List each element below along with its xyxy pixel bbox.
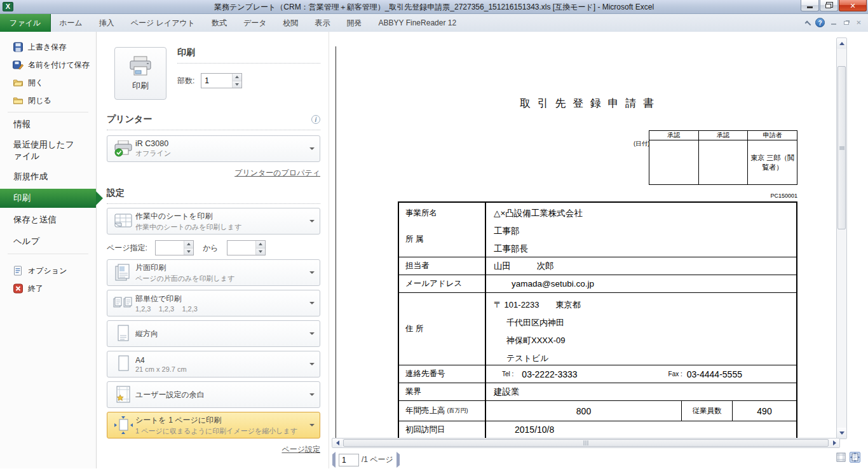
show-margins-icon[interactable]	[836, 452, 846, 463]
margins-select[interactable]: ユーザー設定の余白	[107, 381, 320, 408]
document-code: PC150001	[723, 193, 797, 199]
fax-label: Fax :	[668, 370, 682, 377]
nav-item-options[interactable]: オプション	[0, 262, 96, 280]
workbook-minimize-button[interactable]	[829, 19, 837, 26]
printer-select[interactable]: iR C3080 オフライン	[107, 135, 320, 162]
previous-page-icon[interactable]	[332, 454, 336, 466]
tab-view[interactable]: 表示	[307, 14, 339, 32]
options-icon	[13, 266, 24, 276]
nav-item-recent[interactable]: 最近使用したファイル	[0, 137, 96, 165]
chevron-down-icon	[309, 424, 315, 426]
nav-separator	[8, 112, 88, 112]
department-title: 工事部長	[494, 240, 528, 258]
close-button[interactable]: ✕	[839, 0, 867, 11]
nav-item-help[interactable]: ヘルプ	[0, 232, 96, 251]
info-icon[interactable]: i	[311, 115, 320, 124]
nav-item-print[interactable]: 印刷	[0, 189, 96, 208]
visit-label: 初回訪問日	[399, 421, 486, 438]
option-subtitle: 1,2,3 1,2,3 1,2,3	[135, 305, 306, 313]
nav-item-info[interactable]: 情報	[0, 115, 96, 134]
workbook-restore-button[interactable]	[842, 19, 850, 26]
tab-formulas[interactable]: 数式	[203, 14, 235, 32]
copies-input[interactable]	[201, 74, 232, 88]
tab-insert[interactable]: 挿入	[91, 14, 123, 32]
page-from-stepper	[155, 240, 194, 255]
open-folder-icon	[13, 78, 24, 88]
copies-down-button[interactable]	[233, 81, 241, 88]
nav-item-save-as[interactable]: 名前を付けて保存	[0, 56, 96, 74]
nav-item-new[interactable]: 新規作成	[0, 167, 96, 186]
nav-item-save[interactable]: 上書き保存	[0, 38, 96, 56]
address-line: 千代田区内神田	[486, 314, 564, 332]
minimize-button[interactable]	[801, 0, 819, 11]
tab-page-layout[interactable]: ページ レイアウト	[123, 14, 203, 32]
printer-properties-link[interactable]: プリンターのプロパティ	[107, 168, 320, 179]
tab-abbyy[interactable]: ABBYY FineReader 12	[370, 14, 465, 32]
restore-button[interactable]	[820, 0, 838, 11]
page-to-input[interactable]	[227, 241, 255, 255]
option-subtitle: 1 ページに収まるように印刷イメージを縮小します	[135, 426, 306, 436]
scaling-select[interactable]: シートを 1 ページに印刷 1 ページに収まるように印刷イメージを縮小します	[107, 412, 320, 438]
nav-item-label: 上書き保存	[28, 42, 66, 53]
print-what-select[interactable]: 作業中のシートを印刷 作業中のシートのみを印刷します	[107, 208, 320, 234]
zoom-to-page-icon[interactable]	[850, 452, 860, 463]
employees-value: 490	[733, 401, 796, 421]
scroll-right-button[interactable]	[829, 438, 839, 447]
page-from-up[interactable]	[184, 241, 193, 248]
copies-up-button[interactable]	[233, 74, 241, 81]
page-number-input[interactable]	[339, 454, 359, 466]
tab-file[interactable]: ファイル	[0, 14, 51, 32]
chevron-down-icon	[309, 271, 315, 274]
tab-developer[interactable]: 開発	[339, 14, 370, 32]
preview-vertical-scrollbar[interactable]	[836, 37, 847, 439]
date-label: (日付)	[634, 140, 649, 148]
sales-unit: (百万円)	[447, 407, 468, 415]
paper-size-select[interactable]: A4 21 cm x 29.7 cm	[107, 351, 320, 377]
page-setup-link[interactable]: ページ設定	[107, 444, 320, 455]
next-page-icon[interactable]	[397, 454, 400, 466]
duplex-select[interactable]: 片面印刷 ページの片面のみを印刷します	[107, 259, 320, 286]
page-to-down[interactable]	[256, 248, 265, 255]
horizontal-scroll-thumb[interactable]	[343, 439, 829, 447]
title-bar: X 業務テンプレート（CRM：営業管理＋顧客管理）_取引先登録申請票_27273…	[0, 0, 868, 14]
chevron-down-icon	[309, 220, 315, 222]
help-icon[interactable]: ?	[815, 18, 825, 27]
main-form-table: 事業所名 所 属 △×凸設備工業株式会社 工事部 工事部長 担当者 山田 次郎 …	[398, 201, 797, 439]
scroll-up-button[interactable]	[837, 38, 846, 49]
tab-home[interactable]: ホーム	[51, 14, 91, 32]
tel-value: 03-2222-3333	[522, 369, 577, 379]
page-to-up[interactable]	[256, 241, 265, 248]
scroll-down-button[interactable]	[837, 428, 846, 438]
settings-heading: 設定	[107, 187, 320, 204]
page-from-down[interactable]	[184, 248, 193, 255]
restore-icon	[825, 4, 831, 8]
sales-value: 800	[486, 401, 682, 421]
table-row: 事業所名 所 属 △×凸設備工業株式会社 工事部 工事部長	[399, 203, 796, 257]
print-settings-panel: 印刷 印刷 部数: プリンター i	[97, 32, 329, 468]
collate-select[interactable]: 部単位で印刷 1,2,3 1,2,3 1,2,3	[107, 290, 320, 316]
tab-data[interactable]: データ	[235, 14, 275, 32]
nav-item-exit[interactable]: 終了	[0, 280, 96, 297]
workbook-close-button[interactable]: ✕	[855, 19, 863, 26]
save-icon	[13, 42, 24, 52]
scroll-left-button[interactable]	[332, 438, 342, 447]
preview-horizontal-scrollbar[interactable]	[332, 438, 840, 448]
print-preview-pane: 取 引 先 登 録 申 請 書 (日付) 承認 承認 申請者 東京 三郎（閲覧者…	[329, 32, 868, 468]
print-button[interactable]: 印刷	[114, 47, 166, 100]
printer-status-icon	[111, 140, 135, 157]
tab-review[interactable]: 校閲	[275, 14, 307, 32]
approval-cell	[649, 140, 699, 184]
minimize-ribbon-icon[interactable]	[805, 20, 811, 27]
page-from-input[interactable]	[156, 241, 184, 255]
active-sheet-icon	[111, 213, 135, 229]
vertical-scroll-thumb[interactable]	[837, 66, 846, 229]
minimize-icon	[807, 6, 813, 8]
nav-item-save-send[interactable]: 保存と送信	[0, 210, 96, 229]
nav-item-open[interactable]: 開く	[0, 74, 96, 92]
orientation-select[interactable]: 縦方向	[107, 320, 320, 347]
nav-item-close[interactable]: 閉じる	[0, 92, 96, 109]
email-value: yamada@setubi.co.jp	[486, 275, 796, 292]
one-sided-icon	[111, 264, 135, 282]
printer-heading: プリンター i	[107, 114, 320, 130]
applicant-cell: 東京 三郎（閲覧者）	[748, 140, 797, 184]
